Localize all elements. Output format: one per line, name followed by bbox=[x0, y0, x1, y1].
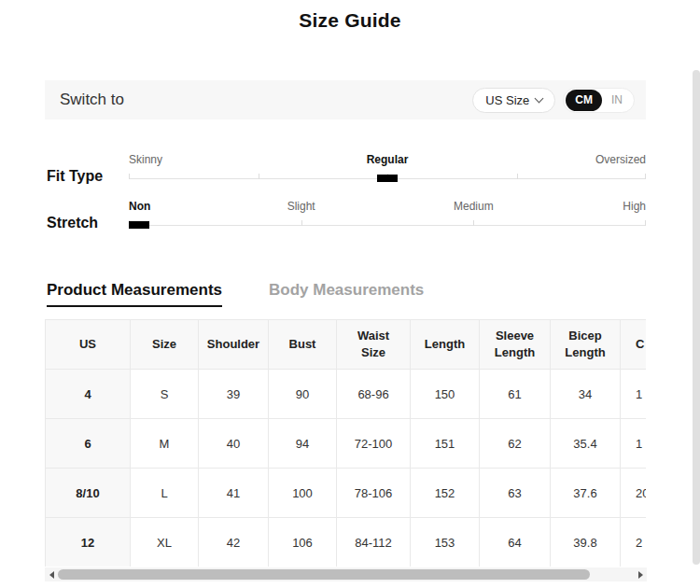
size-guide-panel: Size Guide Switch to US Size CM IN Fit T… bbox=[0, 0, 700, 588]
size-table: US Size Shoulder Bust Waist Size Length … bbox=[45, 319, 646, 567]
cell: 34 bbox=[551, 370, 621, 419]
cell: M bbox=[131, 419, 199, 469]
cell: 2 bbox=[621, 518, 647, 567]
cell: 106 bbox=[269, 518, 337, 567]
cell: 63 bbox=[480, 469, 551, 518]
stretch-marker bbox=[129, 221, 149, 229]
stretch-option-non: Non bbox=[129, 200, 150, 213]
col-header-bicep: Bicep Length bbox=[551, 320, 621, 370]
unit-toggle: CM IN bbox=[563, 88, 635, 113]
size-system-dropdown[interactable]: US Size bbox=[472, 88, 555, 113]
tick bbox=[301, 220, 302, 226]
scroll-right-button[interactable] bbox=[634, 567, 647, 581]
stretch-option-slight: Slight bbox=[287, 200, 315, 213]
stretch-track bbox=[129, 225, 646, 226]
horizontal-scrollbar-thumb[interactable] bbox=[58, 569, 590, 580]
cell: 150 bbox=[411, 370, 480, 419]
cell: 78-106 bbox=[337, 469, 411, 518]
col-header-sleeve: Sleeve Length bbox=[480, 320, 551, 370]
cell: 64 bbox=[480, 518, 551, 567]
cell: L bbox=[131, 469, 199, 518]
tick bbox=[473, 220, 474, 226]
scroll-left-icon bbox=[49, 571, 54, 579]
cell: 35.4 bbox=[551, 419, 621, 469]
cell: 39 bbox=[199, 370, 269, 419]
stretch-option-medium: Medium bbox=[454, 200, 494, 213]
cell: 1 bbox=[621, 370, 647, 419]
cell: 61 bbox=[480, 370, 551, 419]
cell: 153 bbox=[411, 518, 480, 567]
col-header-size: Size bbox=[131, 320, 199, 370]
cell: 152 bbox=[411, 469, 480, 518]
cell: 100 bbox=[269, 469, 337, 518]
cell: 37.6 bbox=[551, 469, 621, 518]
fit-type-slider: Skinny Regular Oversized bbox=[129, 153, 646, 187]
unit-cm-button[interactable]: CM bbox=[566, 90, 602, 111]
col-header-clipped: C bbox=[621, 320, 647, 370]
fit-type-label: Fit Type bbox=[47, 168, 103, 185]
cell: 1 bbox=[621, 419, 647, 469]
scroll-right-icon bbox=[638, 571, 643, 579]
col-header-waist: Waist Size bbox=[337, 320, 411, 370]
measurement-tabs: Product Measurements Body Measurements bbox=[47, 281, 424, 307]
fit-option-oversized: Oversized bbox=[595, 153, 646, 166]
cell: 8/10 bbox=[46, 469, 131, 518]
cell: 12 bbox=[46, 518, 131, 567]
cell: 40 bbox=[199, 419, 269, 469]
tick bbox=[129, 174, 130, 179]
col-header-bust: Bust bbox=[269, 320, 337, 370]
switch-to-label: Switch to bbox=[60, 91, 124, 109]
size-system-value: US Size bbox=[485, 93, 529, 107]
cell: 62 bbox=[480, 419, 551, 469]
table-row: 6 M 40 94 72-100 151 62 35.4 1 bbox=[46, 419, 647, 469]
page-title: Size Guide bbox=[0, 9, 700, 32]
tick bbox=[645, 174, 646, 179]
table-row: 4 S 39 90 68-96 150 61 34 1 bbox=[46, 370, 647, 419]
cell: 72-100 bbox=[337, 419, 411, 469]
tick bbox=[517, 174, 518, 179]
col-header-us: US bbox=[46, 320, 131, 370]
cell: 4 bbox=[46, 370, 131, 419]
cell: 84-112 bbox=[337, 518, 411, 567]
cell: 90 bbox=[269, 370, 337, 419]
cell: 151 bbox=[411, 419, 480, 469]
table-header-row: US Size Shoulder Bust Waist Size Length … bbox=[46, 320, 647, 370]
cell: 39.8 bbox=[551, 518, 621, 567]
stretch-label: Stretch bbox=[47, 215, 98, 231]
vertical-scrollbar-thumb[interactable] bbox=[693, 70, 700, 565]
stretch-option-high: High bbox=[623, 200, 646, 213]
cell: 41 bbox=[199, 469, 269, 518]
fit-option-regular: Regular bbox=[367, 153, 409, 166]
cell: 42 bbox=[199, 518, 269, 567]
size-table-scroll-area[interactable]: US Size Shoulder Bust Waist Size Length … bbox=[45, 319, 646, 567]
chevron-down-icon bbox=[535, 93, 544, 103]
tab-product-measurements[interactable]: Product Measurements bbox=[47, 281, 222, 307]
stretch-slider: Non Slight Medium High bbox=[129, 200, 646, 233]
cell: 68-96 bbox=[337, 370, 411, 419]
tick bbox=[259, 174, 259, 179]
horizontal-scrollbar-track[interactable] bbox=[58, 567, 634, 581]
tab-body-measurements[interactable]: Body Measurements bbox=[269, 281, 424, 305]
cell: S bbox=[131, 370, 199, 419]
fit-option-skinny: Skinny bbox=[129, 153, 162, 166]
switch-controls: US Size CM IN bbox=[472, 88, 635, 113]
horizontal-scrollbar bbox=[45, 567, 647, 581]
cell: 94 bbox=[269, 419, 337, 469]
cell: XL bbox=[131, 518, 199, 567]
scroll-left-button[interactable] bbox=[45, 567, 58, 581]
table-row: 8/10 L 41 100 78-106 152 63 37.6 20. bbox=[46, 469, 647, 518]
switch-to-bar: Switch to US Size CM IN bbox=[45, 80, 646, 119]
tick bbox=[645, 220, 646, 226]
table-row: 12 XL 42 106 84-112 153 64 39.8 2 bbox=[46, 518, 647, 567]
fit-type-marker bbox=[377, 175, 398, 182]
col-header-shoulder: Shoulder bbox=[199, 320, 269, 370]
cell: 20. bbox=[621, 469, 647, 518]
cell: 6 bbox=[46, 419, 131, 469]
unit-in-button[interactable]: IN bbox=[602, 90, 632, 111]
col-header-length: Length bbox=[411, 320, 480, 370]
